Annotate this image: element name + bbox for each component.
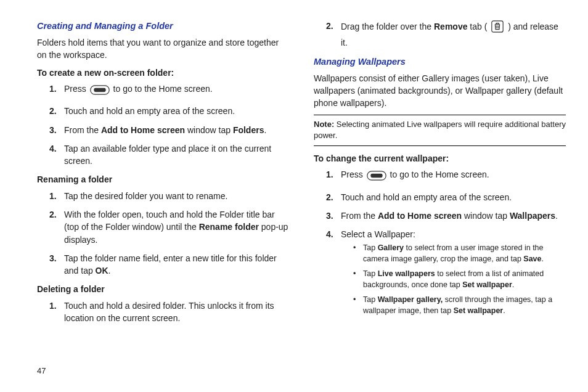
step-number: 1. [49,300,64,325]
text: From the [64,125,101,135]
trash-icon [491,20,504,36]
step-number: 3. [326,210,341,222]
step-3: 3. From the Add to Home screen window ta… [37,124,289,136]
step-2: 2. Touch and hold an empty area of the s… [37,105,289,117]
bold-text: Set wallpaper [454,306,504,315]
delete-folder-title: Deleting a folder [37,283,289,295]
bullet: • [353,242,363,264]
section-heading-wallpapers: Managing Wallpapers [314,55,566,68]
text: . [512,280,514,289]
right-column: 2. Drag the folder over the Remove tab (… [314,20,566,330]
text: Tap [363,269,378,278]
step-number: 2. [326,191,341,203]
step-body: Tap the desired folder you want to renam… [64,190,289,202]
home-button-icon [367,170,386,184]
text: to go to the Home screen. [390,169,489,179]
step-body: Select a Wallpaper: • Tap Gallery to sel… [341,228,566,320]
step-2: 2. Drag the folder over the Remove tab (… [314,20,566,49]
two-column-layout: Creating and Managing a Folder Folders h… [0,0,588,337]
step-body: Press to go to the Home screen. [341,168,566,184]
bullet: • [353,268,363,290]
step-3: 3. From the Add to Home screen window ta… [314,210,566,222]
text: . [108,266,111,276]
text: From the [341,211,378,221]
bold-text: Wallpapers [510,211,555,221]
step-number: 3. [49,252,64,277]
step-number: 2. [326,20,341,49]
step-1: 1. Tap the desired folder you want to re… [37,190,289,202]
bullet-gallery: • Tap Gallery to select from a user imag… [341,242,566,264]
step-number: 1. [49,83,64,99]
step-body: From the Add to Home screen window tap W… [341,210,566,222]
bullet-body: Tap Gallery to select from a user image … [363,242,566,264]
bold-text: Remove [434,22,467,31]
text: . [503,306,505,315]
step-body: Tap the folder name field, enter a new t… [64,252,289,277]
bullet: • [353,294,363,316]
wallpapers-intro: Wallpapers consist of either Gallery ima… [314,72,566,110]
bold-text: Rename folder [199,222,259,232]
page-number: 47 [37,365,46,377]
step-body: With the folder open, touch and hold the… [64,208,289,246]
step-number: 1. [326,168,341,184]
step-body: From the Add to Home screen window tap F… [64,124,289,136]
section-heading-folders: Creating and Managing a Folder [37,20,289,33]
step-body: Touch and hold an empty area of the scre… [64,105,289,117]
bullet-wallpaper-gallery: • Tap Wallpaper gallery, scroll through … [341,294,566,316]
text: Tap [363,243,378,252]
manual-page: Creating and Managing a Folder Folders h… [0,0,588,392]
text: window tap [185,125,233,135]
step-number: 2. [49,105,64,117]
note-label: Note: [314,120,334,129]
rename-folder-steps: 1. Tap the desired folder you want to re… [37,190,289,277]
left-column: Creating and Managing a Folder Folders h… [37,20,289,330]
bullet-live: • Tap Live wallpapers to select from a l… [341,268,566,290]
create-folder-title: To create a new on-screen folder: [37,67,289,79]
step-body: Press to go to the Home screen. [64,83,289,99]
delete-folder-steps: 1. Touch and hold a desired folder. This… [37,300,289,325]
home-button-icon [90,84,110,99]
step-number: 4. [49,142,64,168]
step-body: Drag the folder over the Remove tab ( ) … [341,20,566,49]
wallpaper-options: • Tap Gallery to select from a user imag… [341,242,566,317]
step-1: 1. Touch and hold a desired folder. This… [37,300,289,325]
delete-folder-steps-cont: 2. Drag the folder over the Remove tab (… [314,20,566,49]
note-text: Selecting animated Live wallpapers will … [314,120,566,141]
step-body: Touch and hold a desired folder. This un… [64,300,289,325]
step-3: 3. Tap the folder name field, enter a ne… [37,252,289,277]
step-body: Touch and hold an empty area of the scre… [341,191,566,203]
step-number: 4. [326,228,341,320]
svg-rect-1 [94,88,105,92]
note-box: Note: Selecting animated Live wallpapers… [314,115,566,147]
step-4: 4. Select a Wallpaper: • Tap Gallery to … [314,228,566,320]
step-1: 1. Press to go to the Home screen. [314,168,566,184]
bold-text: Add to Home screen [378,211,462,221]
svg-rect-4 [370,174,382,178]
step-4: 4. Tap an available folder type and plac… [37,142,289,168]
text: . [542,255,544,263]
step-body: Tap an available folder type and place i… [64,142,289,168]
text: . [555,211,558,221]
bold-text: Set wallpaper [462,280,512,289]
bold-text: Live wallpapers [378,269,435,278]
change-wallpaper-title: To change the current wallpaper: [314,152,566,165]
step-2: 2. Touch and hold an empty area of the s… [314,191,566,203]
text: Press [341,169,365,179]
bold-text: Gallery [378,243,404,252]
bold-text: Add to Home screen [101,125,185,135]
bold-text: Wallpaper gallery, [378,295,443,304]
create-folder-steps: 1. Press to go to the Home screen. 2. To… [37,83,289,167]
text: Press [64,84,89,94]
text: Drag the folder over the [341,22,434,31]
bullet-body: Tap Live wallpapers to select from a lis… [363,268,566,290]
bullet-body: Tap Wallpaper gallery, scroll through th… [363,294,566,316]
text: Tap [363,295,378,304]
bold-text: Folders [233,125,264,135]
text: Select a Wallpaper: [341,229,415,239]
step-1: 1. Press to go to the Home screen. [37,83,289,99]
step-2: 2. With the folder open, touch and hold … [37,208,289,246]
change-wallpaper-steps: 1. Press to go to the Home screen. 2. To… [314,168,566,320]
folders-intro: Folders hold items that you want to orga… [37,36,289,62]
text: to go to the Home screen. [113,84,213,94]
rename-folder-title: Renaming a folder [37,173,289,186]
